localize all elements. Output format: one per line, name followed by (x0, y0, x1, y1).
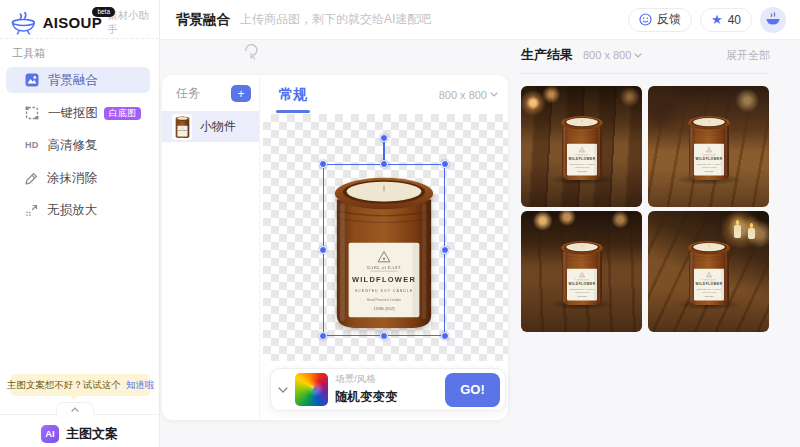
tab-general[interactable]: 常规 (279, 86, 307, 104)
canvas-size-value: 800 x 800 (439, 89, 487, 101)
smiley-icon (639, 13, 652, 26)
style-selector-bar: 场景/风格 随机变变变 GO! (270, 368, 506, 411)
result-image-4[interactable] (648, 211, 769, 332)
ai-copywriting-entry[interactable]: AI 主图文案 (0, 420, 159, 447)
feedback-button[interactable]: 反馈 (628, 8, 692, 32)
resize-handle-middle-left[interactable] (319, 246, 327, 254)
soup-bowl-logo-icon (10, 11, 37, 36)
result-image-3[interactable] (521, 211, 642, 332)
user-avatar[interactable] (760, 7, 786, 33)
editor-panel: 任务 + 小物件 常规 800 x 800 (162, 75, 508, 420)
top-header: 背景融合 上传商品图，剩下的就交给AI速配吧 反馈 ★ 40 (160, 0, 800, 40)
go-button[interactable]: GO! (445, 373, 500, 407)
results-size-dropdown[interactable]: 800 x 800 (583, 49, 642, 61)
task-name: 小物件 (200, 118, 236, 135)
sidebar: AISOUP beta 素材小助手 工具箱 背景融合 一键抠图 白底图 (0, 0, 160, 447)
canvas-size-dropdown[interactable]: 800 x 800 (439, 89, 498, 101)
result-image-2[interactable] (648, 86, 769, 207)
results-divider (521, 73, 770, 74)
results-panel: 生产结果 800 x 800 展开全部 (521, 46, 770, 332)
app-logo: AISOUP beta 素材小助手 (10, 9, 159, 37)
hd-icon: HD (25, 140, 39, 150)
sidebar-item-label: 高清修复 (48, 137, 98, 154)
resize-handle-bottom-left[interactable] (319, 332, 327, 340)
results-grid (521, 86, 770, 332)
credits-count: 40 (728, 13, 741, 27)
collapse-footer-tab[interactable] (56, 402, 94, 415)
tasks-column: 任务 + 小物件 (162, 75, 260, 420)
sidebar-item-label: 涂抹消除 (47, 170, 97, 187)
sidebar-item-background-fusion[interactable]: 背景融合 (6, 67, 150, 93)
ai-copywriting-label: 主图文案 (66, 425, 118, 443)
style-thumbnail-rainbow[interactable] (295, 373, 328, 406)
copywriting-tooltip: 主图文案想不好？试试这个 知道啦 (10, 374, 151, 396)
avatar-bowl-icon (765, 12, 781, 27)
sidebar-item-label: 无损放大 (47, 202, 97, 219)
editor-main: 常规 800 x 800 (260, 75, 508, 420)
chevron-down-icon (634, 53, 642, 58)
sidebar-item-lossless-upscale[interactable]: 无损放大 (6, 197, 150, 223)
white-background-badge: 白底图 (104, 107, 141, 120)
page-subtitle: 上传商品图，剩下的就交给AI速配吧 (240, 11, 431, 28)
cutout-icon (25, 106, 39, 120)
sidebar-item-hd-repair[interactable]: HD 高清修复 (6, 132, 150, 158)
sidebar-item-label: 一键抠图 (48, 105, 98, 122)
tooltip-dismiss-link[interactable]: 知道啦 (126, 379, 155, 392)
editing-canvas[interactable] (263, 114, 508, 361)
sidebar-divider (0, 38, 159, 39)
expand-all-link[interactable]: 展开全部 (726, 48, 770, 63)
star-icon: ★ (711, 13, 723, 26)
resize-handle-bottom-right[interactable] (441, 332, 449, 340)
chevron-down-icon (490, 92, 498, 97)
add-task-button[interactable]: + (231, 85, 251, 102)
page-title: 背景融合 (176, 11, 230, 29)
background-candle (734, 225, 741, 238)
sidebar-item-label: 背景融合 (48, 72, 98, 89)
resize-handle-bottom-center[interactable] (380, 332, 388, 340)
pencil-icon (25, 172, 38, 185)
chevron-up-icon (71, 407, 79, 412)
resize-handle-top-right[interactable] (441, 160, 449, 168)
style-section-label: 场景/风格 (335, 373, 398, 386)
rotate-handle[interactable] (380, 134, 388, 142)
results-size-value: 800 x 800 (583, 49, 631, 61)
sidebar-item-smudge-erase[interactable]: 涂抹消除 (6, 165, 150, 191)
tasks-label: 任务 (176, 85, 200, 102)
resize-handle-top-center[interactable] (380, 160, 388, 168)
sidebar-item-one-click-cutout[interactable]: 一键抠图 白底图 (6, 100, 150, 126)
style-name[interactable]: 随机变变变 (335, 389, 398, 406)
app-window: AISOUP beta 素材小助手 工具箱 背景融合 一键抠图 白底图 (0, 0, 800, 447)
resize-handle-top-left[interactable] (319, 160, 327, 168)
results-title: 生产结果 (521, 46, 573, 64)
result-image-1[interactable] (521, 86, 642, 207)
tooltip-text: 主图文案想不好？试试这个 (7, 379, 121, 392)
upscale-arrows-icon (25, 204, 38, 217)
task-thumbnail (172, 114, 192, 140)
ai-icon: AI (41, 425, 59, 443)
image-icon (25, 73, 39, 87)
task-item-small-object[interactable]: 小物件 (162, 111, 259, 142)
credits-badge[interactable]: ★ 40 (700, 8, 752, 32)
feedback-label: 反馈 (657, 11, 681, 28)
background-candle (748, 228, 755, 239)
brand-name: AISOUP (43, 14, 102, 31)
rotate-cursor-icon (242, 42, 260, 62)
toolbox-section-label: 工具箱 (12, 46, 45, 61)
resize-handle-middle-right[interactable] (441, 246, 449, 254)
collapse-chevron-down-icon[interactable] (278, 387, 288, 393)
beta-badge: beta (92, 7, 115, 17)
selection-bounding-box[interactable] (323, 164, 445, 336)
